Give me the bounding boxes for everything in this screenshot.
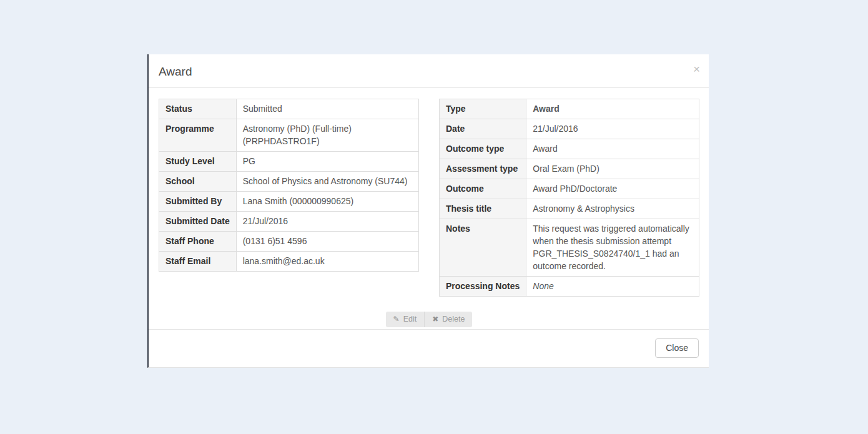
table-row: StatusSubmitted — [159, 99, 419, 119]
field-value: (0131 6)51 4596 — [236, 232, 418, 252]
table-row: Submitted Date21/Jul/2016 — [159, 212, 419, 232]
field-value: School of Physics and Astronomy (SU744) — [236, 172, 418, 192]
dialog-header: Award × — [149, 54, 709, 88]
edit-button[interactable]: ✎ Edit — [386, 312, 425, 327]
dialog-body: StatusSubmittedProgrammeAstronomy (PhD) … — [149, 88, 709, 329]
table-row: Assessment typeOral Exam (PhD) — [440, 159, 699, 179]
field-label: Date — [440, 119, 526, 139]
close-icon[interactable]: × — [693, 63, 700, 75]
pencil-icon: ✎ — [393, 315, 400, 324]
table-row: Staff Phone(0131 6)51 4596 — [159, 232, 419, 252]
field-label: Notes — [440, 219, 526, 277]
table-row: ProgrammeAstronomy (PhD) (Full-time) (PR… — [159, 119, 419, 152]
table-row: TypeAward — [440, 99, 699, 119]
field-label: Type — [440, 99, 526, 119]
field-value: None — [526, 277, 699, 297]
delete-button[interactable]: ✖ Delete — [424, 312, 472, 327]
table-row: Thesis titleAstronomy & Astrophysics — [440, 199, 699, 219]
record-actions: ✎ Edit ✖ Delete — [159, 312, 699, 327]
delete-button-label: Delete — [442, 315, 465, 324]
table-row: OutcomeAward PhD/Doctorate — [440, 179, 699, 199]
edit-button-label: Edit — [403, 315, 417, 324]
field-label: Outcome type — [440, 139, 526, 159]
field-value: Oral Exam (PhD) — [526, 159, 699, 179]
x-icon: ✖ — [432, 315, 438, 324]
table-row: SchoolSchool of Physics and Astronomy (S… — [159, 172, 419, 192]
field-label: Assessment type — [440, 159, 526, 179]
edit-delete-button-group: ✎ Edit ✖ Delete — [386, 312, 473, 327]
field-value: This request was triggered automatically… — [526, 219, 699, 277]
submission-details-table: StatusSubmittedProgrammeAstronomy (PhD) … — [159, 99, 419, 272]
field-label: Study Level — [159, 152, 237, 172]
left-details-column: StatusSubmittedProgrammeAstronomy (PhD) … — [159, 99, 419, 272]
field-label: Programme — [159, 119, 237, 152]
dialog-title: Award — [159, 64, 699, 79]
field-value: lana.smith@ed.ac.uk — [236, 252, 418, 272]
close-button[interactable]: Close — [655, 338, 699, 358]
field-label: Submitted Date — [159, 212, 237, 232]
field-value: 21/Jul/2016 — [526, 119, 699, 139]
award-dialog: Award × StatusSubmittedProgrammeAstronom… — [147, 54, 709, 368]
right-details-column: TypeAwardDate21/Jul/2016Outcome typeAwar… — [439, 99, 699, 297]
field-value: Submitted — [236, 99, 418, 119]
table-row: Submitted ByLana Smith (000000990625) — [159, 192, 419, 212]
field-value: Lana Smith (000000990625) — [236, 192, 418, 212]
field-label: Processing Notes — [440, 277, 526, 297]
field-label: Outcome — [440, 179, 526, 199]
table-row: Staff Emaillana.smith@ed.ac.uk — [159, 252, 419, 272]
field-value: Award PhD/Doctorate — [526, 179, 699, 199]
table-row: Date21/Jul/2016 — [440, 119, 699, 139]
field-value: Astronomy (PhD) (Full-time) (PRPHDASTRO1… — [236, 119, 418, 152]
table-row: Study LevelPG — [159, 152, 419, 172]
field-label: Staff Email — [159, 252, 237, 272]
field-label: Submitted By — [159, 192, 237, 212]
field-label: Thesis title — [440, 199, 526, 219]
field-label: Staff Phone — [159, 232, 237, 252]
field-value: Award — [526, 139, 699, 159]
table-row: Outcome typeAward — [440, 139, 699, 159]
field-value: 21/Jul/2016 — [236, 212, 418, 232]
field-label: School — [159, 172, 237, 192]
field-label: Status — [159, 99, 237, 119]
table-row: NotesThis request was triggered automati… — [440, 219, 699, 277]
dialog-footer: Close — [149, 329, 709, 367]
field-value: PG — [236, 152, 418, 172]
field-value: Award — [526, 99, 699, 119]
table-row: Processing NotesNone — [440, 277, 699, 297]
field-value: Astronomy & Astrophysics — [526, 199, 699, 219]
award-details-table: TypeAwardDate21/Jul/2016Outcome typeAwar… — [439, 99, 699, 297]
